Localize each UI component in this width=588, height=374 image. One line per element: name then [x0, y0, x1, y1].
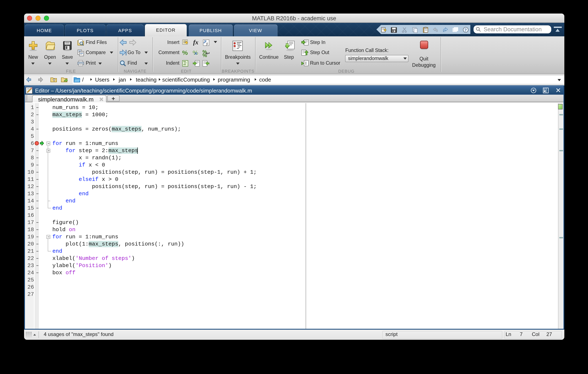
- svg-text:I: I: [305, 61, 306, 65]
- svg-text:?: ?: [464, 27, 467, 32]
- svg-text:fi: fi: [206, 42, 208, 46]
